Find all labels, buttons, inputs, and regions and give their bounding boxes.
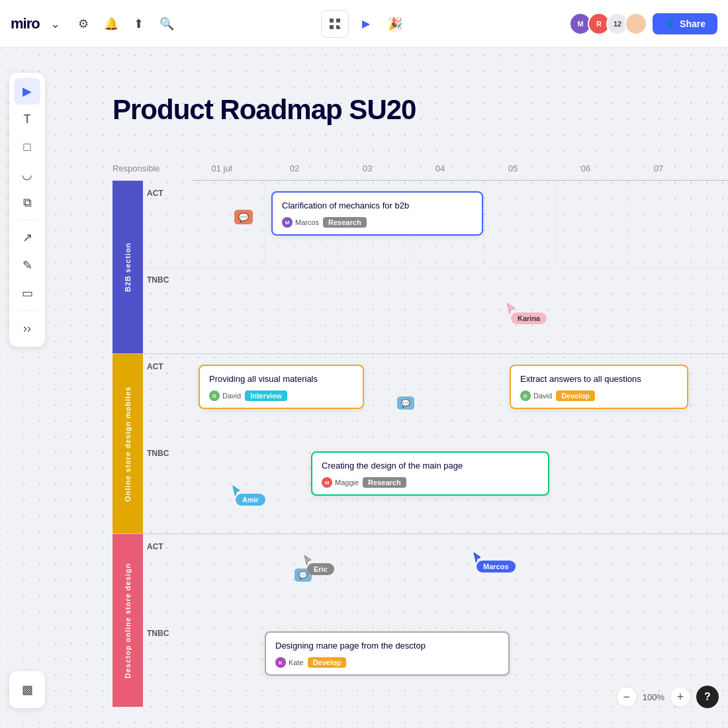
left-toolbar: ▶ T □ ◡ ⧉ ↗ ✎ ▭ ››	[9, 73, 45, 347]
cursor-label-eric: Eric	[307, 563, 334, 575]
pen-tool[interactable]: ✎	[14, 252, 40, 279]
section-desktop: Desctop online store design ACT 💬 Eric	[113, 534, 728, 707]
cursor-eric: Eric	[303, 554, 312, 569]
cursor-tool[interactable]: ▶	[14, 78, 40, 105]
cursor-karina: Karina	[506, 302, 516, 318]
row-label-act-2: ACT	[143, 354, 192, 371]
header-col-3: 03	[331, 163, 404, 173]
svg-text:+: +	[338, 23, 341, 29]
card-tag-4: Research	[363, 477, 406, 488]
bottom-left-panel: ▩	[9, 671, 45, 708]
panel-toggle-btn[interactable]: ▩	[14, 676, 40, 703]
card-online-act-1[interactable]: Providing all visual materials D David I…	[199, 365, 364, 409]
avatar-3	[625, 13, 647, 35]
card-online-tnbc-1[interactable]: Creating the design of the main page M M…	[311, 451, 549, 496]
card-desktop-tnbc-1[interactable]: Designing mane page from the desctop K K…	[265, 631, 510, 676]
party-btn[interactable]: 🎉	[383, 12, 407, 36]
export-icon-btn[interactable]: ⬆	[127, 12, 151, 36]
user-name: Marcos	[295, 218, 319, 226]
label-tool[interactable]: ⧉	[14, 189, 40, 216]
share-icon: 👤	[664, 19, 676, 29]
svg-rect-2	[330, 25, 334, 29]
bottom-right-controls: − 100% + ?	[616, 686, 719, 708]
svg-rect-0	[330, 19, 334, 23]
card-user-4: M Maggie	[322, 477, 359, 488]
row-online-act: ACT 💬 2 Providing all visual materials	[143, 354, 728, 441]
row-content-b2b-act: 💬 Clarification of mechanics for b2b M M…	[192, 181, 728, 267]
cursor-label-amir: Amir	[236, 494, 265, 506]
user-avatar-3: D	[520, 390, 531, 401]
help-btn[interactable]: ?	[696, 686, 719, 708]
card-footer-5: K Kate Develop	[275, 657, 499, 668]
card-tag-2: Interview	[245, 390, 287, 401]
card-user-2: D David	[209, 390, 241, 401]
top-navigation: miro ⌄ ⚙ 🔔 ⬆ 🔍 + ▶ 🎉 M R 12 👤 Share	[0, 0, 728, 48]
header-responsible: Responsible	[113, 163, 185, 173]
card-b2b-act-1[interactable]: Clarification of mechanics for b2b M Mar…	[271, 191, 483, 236]
row-label-act-1: ACT	[143, 181, 192, 198]
nav-left: miro ⌄ ⚙ 🔔 ⬆ 🔍	[11, 12, 179, 36]
card-footer-3: D David Develop	[520, 390, 678, 401]
header-col-6: 06	[549, 163, 622, 173]
cursor-marcos: Marcos	[473, 551, 482, 566]
share-label: Share	[680, 19, 705, 29]
more-tools[interactable]: ››	[14, 315, 40, 341]
section-online-store: Online store design mobiles ACT 💬 2	[113, 354, 728, 534]
cursor-mode-btn[interactable]: ▶	[354, 12, 378, 36]
settings-icon-btn[interactable]: ⚙	[71, 12, 95, 36]
card-user: M Marcos	[282, 217, 319, 228]
roadmap: Responsible 01 jul 02 03 04 05 06 07 B2B…	[113, 157, 728, 707]
msg-icon-1: 💬	[397, 396, 414, 410]
row-label-tnbc-1: TNBC	[143, 267, 192, 285]
canvas[interactable]: Product Roadmap SU20 Responsible 01 jul …	[0, 48, 728, 728]
card-footer-2: D David Interview	[209, 390, 353, 401]
hand-tool[interactable]: ◡	[14, 161, 40, 188]
card-title: Clarification of mechanics for b2b	[282, 201, 473, 210]
nav-dropdown-btn[interactable]: ⌄	[44, 12, 68, 36]
miro-logo: miro	[11, 15, 40, 32]
templates-btn[interactable]: +	[321, 10, 349, 38]
tool-divider-2	[17, 310, 37, 311]
user-name-4: Maggie	[335, 478, 359, 486]
zoom-level: 100%	[643, 692, 664, 702]
row-b2b-tnbc: TNBC Karina	[143, 267, 728, 353]
vline-1	[265, 181, 265, 267]
frame-tool[interactable]: ▭	[14, 280, 40, 306]
header-col-1: 01 jul	[185, 163, 258, 173]
user-name-5: Kate	[289, 659, 304, 666]
row-content-online-act: 💬 2 Providing all visual materials D Dav…	[192, 354, 728, 440]
card-online-act-2[interactable]: Extract answers to all questions D David…	[510, 365, 688, 409]
cursor-label-marcos: Marcos	[477, 561, 516, 572]
card-title-5: Designing mane page from the desctop	[275, 641, 499, 651]
row-label-tnbc-2: TNBC	[143, 441, 192, 458]
line-tool[interactable]: ↗	[14, 224, 40, 251]
user-name-3: David	[533, 392, 552, 400]
card-footer: M Marcos Research	[282, 217, 473, 228]
vline-5	[556, 181, 557, 267]
search-icon-btn[interactable]: 🔍	[155, 12, 179, 36]
card-title-2: Providing all visual materials	[209, 374, 353, 384]
notifications-icon-btn[interactable]: 🔔	[99, 12, 123, 36]
cursor-label-karina: Karina	[511, 312, 547, 324]
section-label-online: Online store design mobiles	[113, 354, 143, 533]
card-title-3: Extract answers to all questions	[520, 374, 678, 384]
card-footer-4: M Maggie Research	[322, 477, 539, 488]
board-title: Product Roadmap SU20	[113, 94, 416, 126]
card-tag-3: Develop	[556, 390, 595, 401]
share-button[interactable]: 👤 Share	[653, 13, 717, 34]
user-avatar: M	[282, 217, 293, 228]
header-col-7: 07	[622, 163, 695, 173]
cursor-amir: Amir	[232, 484, 241, 499]
text-tool[interactable]: T	[14, 106, 40, 132]
row-content-desktop-act: 💬 Eric Marcos	[192, 534, 728, 620]
header-col-4: 04	[404, 163, 477, 173]
row-b2b-act: ACT 💬	[143, 181, 728, 267]
card-tag: Research	[323, 217, 367, 228]
row-content-b2b-tnbc: Karina	[192, 267, 728, 353]
nav-center: + ▶ 🎉	[321, 10, 407, 38]
section-desktop-rows: ACT 💬 Eric Marcos	[143, 534, 728, 707]
zoom-in-btn[interactable]: +	[670, 686, 691, 707]
zoom-out-btn[interactable]: −	[616, 686, 637, 707]
sticky-tool[interactable]: □	[14, 134, 40, 160]
card-user-3: D David	[520, 390, 552, 401]
